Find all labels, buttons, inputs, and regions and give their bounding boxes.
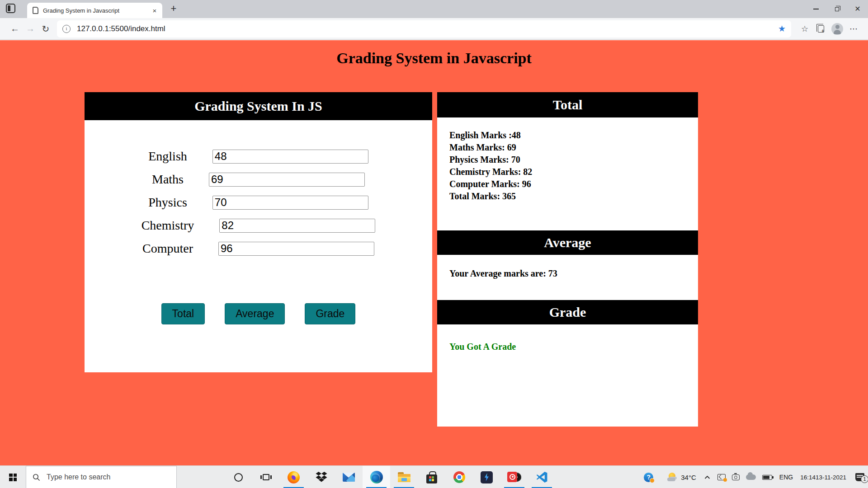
tab-actions-menu-button[interactable] [6, 4, 17, 14]
maths-label: Maths [152, 172, 184, 187]
back-button[interactable]: ← [7, 23, 23, 34]
marks-form: English Maths Physics Chemistry Computer… [85, 120, 432, 324]
weather-icon[interactable] [667, 472, 678, 482]
english-marks-result: English Marks :48 [449, 129, 693, 141]
refresh-button[interactable]: ↻ [38, 23, 53, 34]
site-info-icon[interactable]: i [62, 25, 71, 33]
onedrive-cloud-icon[interactable] [746, 474, 756, 480]
maths-marks-input[interactable] [209, 173, 365, 187]
weather-temperature[interactable]: 34°C [681, 474, 696, 481]
form-row-computer: Computer [85, 241, 432, 256]
taskbar-dropbox[interactable] [307, 466, 335, 488]
chrome-icon [453, 471, 465, 483]
average-button[interactable]: Average [225, 303, 285, 324]
vscode-icon [536, 471, 548, 483]
collections-icon [818, 25, 824, 33]
browser-toolbar: ← → ↻ i 127.0.0.1:5500/index.html ★ ☆ ⋯ [0, 18, 868, 40]
favorite-star-icon[interactable]: ★ [778, 23, 786, 34]
window-minimize-button[interactable] [806, 0, 826, 18]
page-title: Grading System in Javascript [0, 50, 868, 67]
url-text: 127.0.0.1:5500/index.html [77, 24, 778, 33]
taskbar-chrome[interactable] [445, 466, 473, 488]
form-row-english: English [85, 149, 432, 164]
computer-marks-result: Computer Marks: 96 [449, 178, 693, 190]
show-hidden-icons-chevron[interactable] [704, 475, 710, 479]
window-controls: ✕ [806, 0, 868, 18]
physics-marks-input[interactable] [212, 196, 368, 210]
browser-tab-bar: Grading System in Javascript × + ✕ [0, 0, 868, 18]
taskbar-app-icons [225, 466, 556, 488]
taskbar-firefox[interactable] [280, 466, 307, 488]
windows-taskbar: ? 34°C ENG 16:14 13-11-2021 1 [0, 465, 868, 488]
lightning-app-icon [481, 471, 493, 483]
taskbar-search-box[interactable] [26, 466, 177, 488]
taskbar-microsoft-store[interactable] [418, 466, 445, 488]
taskbar-file-explorer[interactable] [390, 466, 418, 488]
address-bar[interactable]: i 127.0.0.1:5500/index.html ★ [57, 20, 791, 38]
taskbar-search-input[interactable] [46, 473, 168, 482]
page-favicon-icon [33, 7, 38, 14]
favorites-hub-button[interactable]: ☆ [797, 24, 813, 34]
total-section-body: English Marks :48 Maths Marks: 69 Physic… [437, 117, 698, 230]
collections-button[interactable] [813, 25, 829, 33]
physics-label: Physics [148, 195, 187, 210]
profile-button[interactable] [829, 23, 845, 35]
tab-title: Grading System in Javascript [43, 7, 151, 14]
browser-tab[interactable]: Grading System in Javascript × [27, 3, 162, 18]
grade-button[interactable]: Grade [305, 303, 355, 324]
english-label: English [148, 149, 187, 164]
computer-label: Computer [142, 241, 193, 256]
form-row-physics: Physics [85, 195, 432, 210]
form-row-chemistry: Chemistry [85, 218, 432, 233]
taskbar-music-record-app[interactable] [500, 466, 528, 488]
taskbar-edge[interactable] [363, 466, 390, 488]
microsoft-store-icon [426, 474, 437, 483]
restore-icon [835, 7, 839, 11]
firefox-icon [288, 471, 300, 483]
window-close-button[interactable]: ✕ [847, 0, 868, 18]
system-tray: ? 34°C ENG 16:14 13-11-2021 1 [644, 466, 868, 488]
tab-close-icon[interactable]: × [151, 7, 159, 14]
music-record-app-icon [507, 472, 521, 483]
cast-tray-icon[interactable] [717, 474, 726, 480]
form-card-title: Grading System In JS [85, 92, 432, 120]
taskbar-vscode[interactable] [528, 466, 556, 488]
settings-menu-button[interactable]: ⋯ [845, 24, 862, 34]
maths-marks-result: Maths Marks: 69 [449, 141, 693, 154]
physics-marks-result: Physics Marks: 70 [449, 154, 693, 166]
profile-avatar [831, 23, 843, 35]
average-result-text: Your Average marks are: 73 [437, 255, 698, 300]
battery-icon[interactable] [762, 475, 772, 480]
forward-button[interactable]: → [23, 23, 38, 34]
windows-logo-icon [9, 474, 17, 481]
window-restore-button[interactable] [826, 0, 847, 18]
grade-section-header: Grade [437, 300, 698, 324]
mail-icon [343, 473, 355, 482]
chemistry-marks-result: Chemistry Marks: 82 [449, 166, 693, 178]
new-tab-button[interactable]: + [167, 2, 180, 15]
help-tray-icon[interactable]: ? [644, 473, 653, 482]
time-text: 16:14 [800, 474, 816, 481]
results-card: Total English Marks :48 Maths Marks: 69 … [437, 92, 698, 427]
action-center-button[interactable]: 1 [855, 473, 864, 481]
taskbar-lightning-app[interactable] [473, 466, 500, 488]
start-button[interactable] [0, 466, 26, 488]
english-marks-input[interactable] [212, 150, 368, 164]
task-view-icon [263, 474, 269, 480]
clock[interactable]: 16:14 13-11-2021 [800, 474, 846, 481]
grade-result-text: You Got A Grade [437, 324, 698, 427]
computer-marks-input[interactable] [218, 242, 374, 256]
cortana-button[interactable] [225, 466, 252, 488]
taskbar-mail[interactable] [335, 466, 363, 488]
chemistry-marks-input[interactable] [219, 219, 375, 233]
task-view-button[interactable] [252, 466, 280, 488]
minimize-icon [813, 9, 819, 9]
language-indicator[interactable]: ENG [779, 474, 793, 481]
cortana-icon [234, 473, 243, 482]
form-buttons: Total Average Grade [85, 303, 432, 324]
web-page: Grading System in Javascript Grading Sys… [0, 40, 868, 465]
total-button[interactable]: Total [161, 303, 205, 324]
average-section-header: Average [437, 230, 698, 255]
chemistry-label: Chemistry [142, 218, 194, 233]
camera-tray-icon[interactable] [732, 474, 740, 480]
